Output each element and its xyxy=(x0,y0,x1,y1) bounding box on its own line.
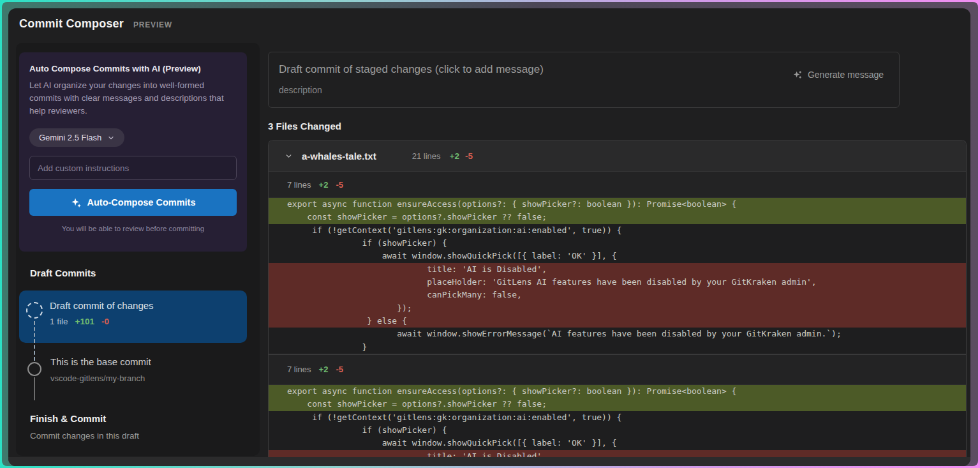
preview-badge: PREVIEW xyxy=(133,20,172,29)
finish-commit-subtitle: Commit changes in this draft xyxy=(30,431,139,441)
file-header-row[interactable]: a-whales-tale.txt 21 lines +2 -5 xyxy=(269,140,966,172)
diff-line: }); xyxy=(269,302,966,315)
hunk-header[interactable]: 7 lines +2 -5 xyxy=(269,354,966,385)
draft-commit-meta: 1 file +101 -0 xyxy=(50,317,109,326)
diff-line: await window.showQuickPick([{ label: 'OK… xyxy=(269,250,966,262)
hunk-deletions: -5 xyxy=(336,180,343,190)
diff-line: await window.showErrorMessage(`AI featur… xyxy=(269,328,966,340)
diff-line: if (showPicker) { xyxy=(269,424,966,437)
screenshot-frame: Commit Composer PREVIEW Auto Compose Com… xyxy=(0,0,980,468)
base-commit-title[interactable]: This is the base commit xyxy=(50,356,151,367)
diff-line: export async function ensureAccess(optio… xyxy=(269,198,966,211)
file-deletions: -5 xyxy=(465,151,473,161)
base-commit-icon xyxy=(27,362,41,376)
model-selector[interactable]: Gemini 2.5 Flash xyxy=(29,128,124,147)
draft-commit-card[interactable]: Draft commit of changes 1 file +101 -0 xyxy=(19,291,247,343)
commit-message-box[interactable]: Draft commit of staged changes (click to… xyxy=(268,52,900,108)
auto-compose-button[interactable]: Auto-Compose Commits xyxy=(29,189,237,216)
draft-commit-title: Draft commit of changes xyxy=(50,300,154,311)
model-selector-label: Gemini 2.5 Flash xyxy=(39,133,101,142)
hunk-header[interactable]: 7 lines +2 -5 xyxy=(269,172,966,198)
diff-line: } else { xyxy=(269,315,966,328)
commit-connector-solid-line xyxy=(34,377,35,400)
bottom-strip xyxy=(8,457,970,466)
ai-panel-description: Let AI organize your changes into well-f… xyxy=(29,79,234,117)
page-title: Commit Composer xyxy=(19,17,124,31)
ai-compose-panel: Auto Compose Commits with AI (Preview) L… xyxy=(19,52,247,252)
generate-message-button[interactable]: Generate message xyxy=(789,69,887,80)
diff-line: title: 'AI is Disabled', xyxy=(269,263,966,276)
diff-line: if (!getContext('gitlens:gk:organization… xyxy=(269,224,966,237)
diff-code-block: export async function ensureAccess(optio… xyxy=(269,385,966,457)
sparkle-icon xyxy=(71,197,82,208)
commit-composer-window: Commit Composer PREVIEW Auto Compose Com… xyxy=(8,8,970,466)
hunk-deletions: -5 xyxy=(336,365,343,374)
file-diff-card: a-whales-tale.txt 21 lines +2 -5 7 lines… xyxy=(268,140,967,457)
sidebar: Auto Compose Commits with AI (Preview) L… xyxy=(16,43,260,456)
diff-line: placeHolder: 'GitLens AI features have b… xyxy=(269,276,966,289)
draft-additions: +101 xyxy=(75,317,94,326)
custom-instructions-input[interactable] xyxy=(29,156,237,180)
auto-compose-label: Auto-Compose Commits xyxy=(87,197,196,208)
diff-line: export async function ensureAccess(optio… xyxy=(269,385,966,398)
file-name: a-whales-tale.txt xyxy=(302,151,376,162)
diff-line: const showPicker = options?.showPicker ?… xyxy=(269,211,966,223)
file-line-count: 21 lines xyxy=(412,151,441,161)
chevron-down-icon xyxy=(107,134,115,142)
sparkle-icon xyxy=(792,70,803,80)
diff-line: canPickMany: false, xyxy=(269,289,966,301)
base-commit-branch: vscode-gitlens/my-branch xyxy=(50,374,145,383)
commit-message-title[interactable]: Draft commit of staged changes (click to… xyxy=(279,63,544,76)
hunk-line-count: 7 lines xyxy=(287,180,311,190)
commit-message-description[interactable]: description xyxy=(279,85,322,95)
review-footnote: You will be able to review before commit… xyxy=(29,225,237,232)
file-additions: +2 xyxy=(450,151,459,161)
draft-commit-icon xyxy=(26,302,43,319)
hunk-additions: +2 xyxy=(319,365,329,374)
diff-code-block: export async function ensureAccess(optio… xyxy=(269,198,966,354)
hunk-line-count: 7 lines xyxy=(287,365,311,374)
generate-message-label: Generate message xyxy=(808,70,884,80)
app-header: Commit Composer PREVIEW xyxy=(19,17,172,31)
finish-commit-heading: Finish & Commit xyxy=(30,413,106,424)
draft-deletions: -0 xyxy=(101,317,109,326)
diff-line: title: 'AI is Disabled', xyxy=(269,450,966,457)
diff-line: if (!getContext('gitlens:gk:organization… xyxy=(269,411,966,424)
draft-file-count: 1 file xyxy=(50,317,68,326)
hunk-additions: +2 xyxy=(319,180,329,190)
diff-line: const showPicker = options?.showPicker ?… xyxy=(269,398,966,411)
files-changed-heading: 3 Files Changed xyxy=(268,121,341,132)
diff-line: if (showPicker) { xyxy=(269,237,966,250)
diff-line: await window.showQuickPick([{ label: 'OK… xyxy=(269,437,966,449)
commit-connector-dashed-line xyxy=(34,321,35,361)
draft-commits-heading: Draft Commits xyxy=(30,268,96,278)
chevron-down-icon xyxy=(285,152,293,160)
ai-panel-title: Auto Compose Commits with AI (Preview) xyxy=(29,64,237,73)
diff-line: } xyxy=(269,341,966,354)
